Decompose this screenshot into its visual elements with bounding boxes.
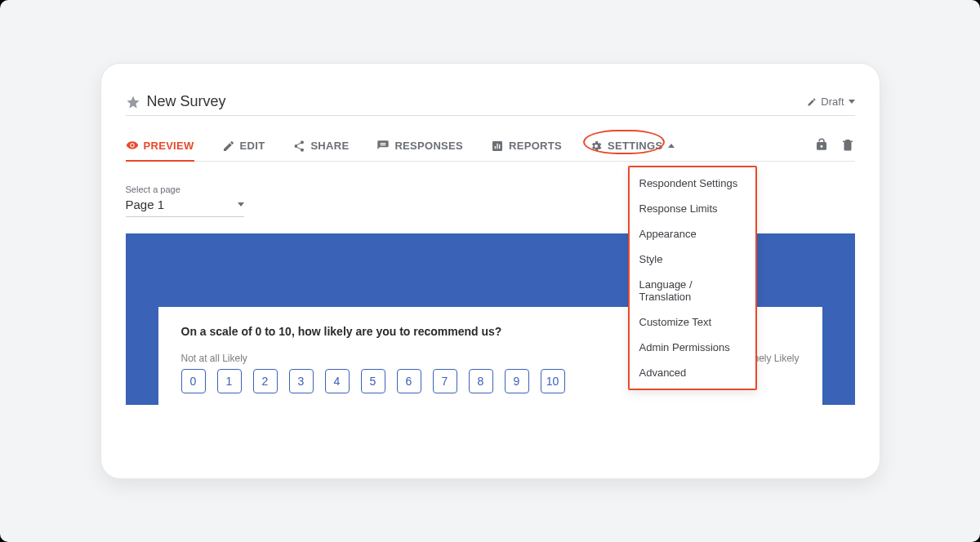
tab-reports[interactable]: REPORTS <box>491 131 562 161</box>
chevron-down-icon <box>238 202 244 207</box>
page-selector-value: Page 1 <box>126 198 165 211</box>
tab-label: EDIT <box>240 140 265 152</box>
settings-menu-item[interactable]: Style <box>630 247 755 272</box>
pencil-icon <box>222 140 235 153</box>
pencil-icon <box>807 97 817 107</box>
tab-label: SHARE <box>310 140 349 152</box>
nps-option[interactable]: 0 <box>181 369 206 393</box>
nps-option[interactable]: 8 <box>469 369 493 393</box>
reports-icon <box>491 140 504 153</box>
title-bar: New Survey Draft <box>126 93 855 116</box>
nps-option[interactable]: 6 <box>397 369 421 393</box>
star-icon[interactable] <box>126 95 140 109</box>
settings-dropdown-menu: Respondent SettingsResponse LimitsAppear… <box>628 166 757 390</box>
tab-responses[interactable]: RESPONSES <box>376 131 463 161</box>
responses-icon <box>376 140 390 153</box>
tab-label: RESPONSES <box>394 140 463 152</box>
tab-share[interactable]: SHARE <box>292 131 349 161</box>
unlock-icon[interactable] <box>814 137 829 155</box>
survey-editor-window: New Survey Draft PREVIEW ED <box>100 63 880 479</box>
nps-option[interactable]: 3 <box>289 369 314 393</box>
chevron-down-icon <box>849 100 855 104</box>
settings-menu-item[interactable]: Appearance <box>630 221 755 247</box>
chevron-up-icon <box>668 144 675 148</box>
settings-menu-item[interactable]: Response Limits <box>630 196 755 221</box>
settings-menu-item[interactable]: Advanced <box>630 360 755 385</box>
settings-menu-item[interactable]: Respondent Settings <box>630 171 755 196</box>
nps-option[interactable]: 7 <box>433 369 457 393</box>
nps-option[interactable]: 10 <box>541 369 565 393</box>
nps-option[interactable]: 2 <box>253 369 278 393</box>
settings-menu-item[interactable]: Admin Permissions <box>630 335 755 360</box>
nps-option[interactable]: 1 <box>217 369 242 393</box>
settings-menu-item[interactable]: Language / Translation <box>630 272 755 309</box>
nps-option[interactable]: 9 <box>505 369 529 393</box>
status-dropdown[interactable]: Draft <box>807 96 854 108</box>
nps-option[interactable]: 5 <box>361 369 385 393</box>
settings-menu-item[interactable]: Customize Text <box>630 309 755 335</box>
trash-icon[interactable] <box>840 137 855 155</box>
gear-icon <box>590 140 603 153</box>
tab-preview[interactable]: PREVIEW <box>126 131 194 162</box>
tab-label: REPORTS <box>509 140 562 152</box>
tab-label: PREVIEW <box>144 140 194 152</box>
nps-low-label: Not at all Likely <box>181 353 247 364</box>
tab-edit[interactable]: EDIT <box>222 131 265 161</box>
tab-settings[interactable]: SETTINGS <box>590 131 675 161</box>
share-icon <box>292 140 305 153</box>
tabs-bar: PREVIEW EDIT SHARE RESPONSES <box>126 131 855 162</box>
survey-title[interactable]: New Survey <box>147 93 226 110</box>
status-label: Draft <box>821 96 844 108</box>
eye-icon <box>126 139 139 152</box>
page-selector-dropdown[interactable]: Page 1 <box>126 194 244 217</box>
nps-option[interactable]: 4 <box>325 369 350 393</box>
tab-label: SETTINGS <box>608 140 662 152</box>
